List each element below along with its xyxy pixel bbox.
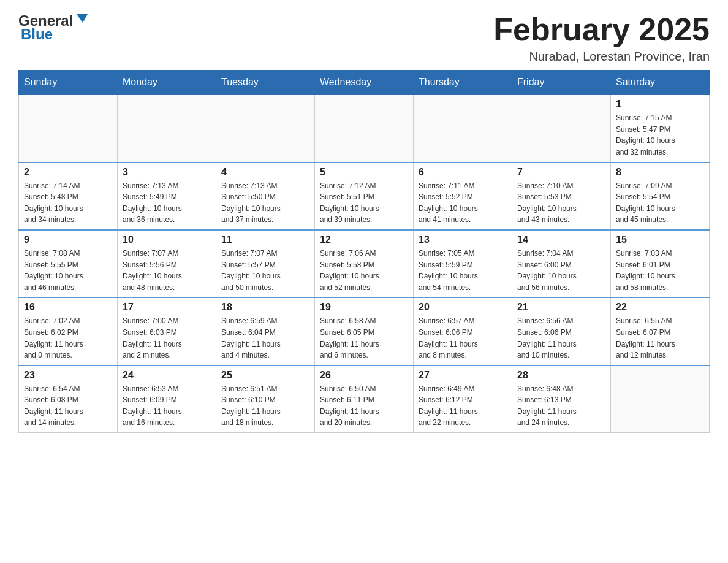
- day-info: Sunrise: 7:03 AM Sunset: 6:01 PM Dayligh…: [616, 248, 704, 293]
- calendar-cell: 25Sunrise: 6:51 AM Sunset: 6:10 PM Dayli…: [216, 366, 315, 433]
- calendar-cell: 8Sunrise: 7:09 AM Sunset: 5:54 PM Daylig…: [611, 163, 710, 230]
- day-info: Sunrise: 7:13 AM Sunset: 5:50 PM Dayligh…: [221, 180, 309, 226]
- day-number: 27: [419, 370, 507, 381]
- calendar-cell: [315, 94, 414, 162]
- day-number: 16: [24, 302, 112, 313]
- day-info: Sunrise: 7:12 AM Sunset: 5:51 PM Dayligh…: [320, 180, 408, 226]
- day-number: 12: [320, 234, 408, 245]
- calendar-cell: 11Sunrise: 7:07 AM Sunset: 5:57 PM Dayli…: [216, 230, 315, 297]
- day-number: 28: [517, 370, 605, 381]
- day-number: 26: [320, 370, 408, 381]
- calendar-cell: 7Sunrise: 7:10 AM Sunset: 5:53 PM Daylig…: [512, 163, 611, 230]
- day-number: 17: [123, 302, 211, 313]
- calendar-cell: 23Sunrise: 6:54 AM Sunset: 6:08 PM Dayli…: [19, 366, 118, 433]
- day-info: Sunrise: 7:05 AM Sunset: 5:59 PM Dayligh…: [419, 248, 507, 293]
- logo-area: General Blue: [18, 12, 90, 43]
- day-info: Sunrise: 6:48 AM Sunset: 6:13 PM Dayligh…: [517, 383, 605, 429]
- day-info: Sunrise: 7:09 AM Sunset: 5:54 PM Dayligh…: [616, 180, 704, 226]
- day-info: Sunrise: 6:54 AM Sunset: 6:08 PM Dayligh…: [24, 383, 112, 429]
- calendar-cell: 2Sunrise: 7:14 AM Sunset: 5:48 PM Daylig…: [19, 163, 118, 230]
- weekday-header-monday: Monday: [118, 71, 216, 95]
- calendar-week-row: 1Sunrise: 7:15 AM Sunset: 5:47 PM Daylig…: [19, 94, 710, 162]
- day-info: Sunrise: 7:06 AM Sunset: 5:58 PM Dayligh…: [320, 248, 408, 293]
- day-info: Sunrise: 7:10 AM Sunset: 5:53 PM Dayligh…: [517, 180, 605, 226]
- day-number: 6: [419, 167, 507, 178]
- day-info: Sunrise: 6:58 AM Sunset: 6:05 PM Dayligh…: [320, 315, 408, 361]
- day-number: 22: [616, 302, 704, 313]
- day-number: 25: [221, 370, 309, 381]
- logo-flag-icon: [74, 12, 90, 28]
- calendar-table: SundayMondayTuesdayWednesdayThursdayFrid…: [18, 70, 710, 433]
- calendar-cell: [118, 94, 216, 162]
- location-subtitle: Nurabad, Lorestan Province, Iran: [493, 50, 710, 64]
- day-info: Sunrise: 7:08 AM Sunset: 5:55 PM Dayligh…: [24, 248, 112, 293]
- month-title: February 2025: [493, 12, 710, 47]
- day-number: 20: [419, 302, 507, 313]
- calendar-cell: 6Sunrise: 7:11 AM Sunset: 5:52 PM Daylig…: [414, 163, 512, 230]
- calendar-cell: 9Sunrise: 7:08 AM Sunset: 5:55 PM Daylig…: [19, 230, 118, 297]
- day-number: 7: [517, 167, 605, 178]
- day-info: Sunrise: 7:00 AM Sunset: 6:03 PM Dayligh…: [123, 315, 211, 361]
- day-number: 13: [419, 234, 507, 245]
- weekday-header-thursday: Thursday: [414, 71, 512, 95]
- day-number: 4: [221, 167, 309, 178]
- calendar-cell: [19, 94, 118, 162]
- weekday-header-tuesday: Tuesday: [216, 71, 315, 95]
- calendar-cell: 19Sunrise: 6:58 AM Sunset: 6:05 PM Dayli…: [315, 297, 414, 365]
- calendar-cell: 14Sunrise: 7:04 AM Sunset: 6:00 PM Dayli…: [512, 230, 611, 297]
- calendar-cell: 1Sunrise: 7:15 AM Sunset: 5:47 PM Daylig…: [611, 94, 710, 162]
- day-info: Sunrise: 6:57 AM Sunset: 6:06 PM Dayligh…: [419, 315, 507, 361]
- day-info: Sunrise: 6:55 AM Sunset: 6:07 PM Dayligh…: [616, 315, 704, 361]
- day-info: Sunrise: 7:14 AM Sunset: 5:48 PM Dayligh…: [24, 180, 112, 226]
- calendar-cell: 24Sunrise: 6:53 AM Sunset: 6:09 PM Dayli…: [118, 366, 216, 433]
- calendar-cell: 3Sunrise: 7:13 AM Sunset: 5:49 PM Daylig…: [118, 163, 216, 230]
- logo-blue-text: Blue: [21, 26, 53, 43]
- svg-marker-0: [77, 14, 88, 23]
- day-info: Sunrise: 6:50 AM Sunset: 6:11 PM Dayligh…: [320, 383, 408, 429]
- day-info: Sunrise: 7:02 AM Sunset: 6:02 PM Dayligh…: [24, 315, 112, 361]
- calendar-cell: [611, 366, 710, 433]
- calendar-cell: 22Sunrise: 6:55 AM Sunset: 6:07 PM Dayli…: [611, 297, 710, 365]
- day-number: 3: [123, 167, 211, 178]
- day-info: Sunrise: 7:04 AM Sunset: 6:00 PM Dayligh…: [517, 248, 605, 293]
- calendar-cell: 13Sunrise: 7:05 AM Sunset: 5:59 PM Dayli…: [414, 230, 512, 297]
- calendar-week-row: 2Sunrise: 7:14 AM Sunset: 5:48 PM Daylig…: [19, 163, 710, 230]
- weekday-header-wednesday: Wednesday: [315, 71, 414, 95]
- calendar-cell: [512, 94, 611, 162]
- calendar-cell: 12Sunrise: 7:06 AM Sunset: 5:58 PM Dayli…: [315, 230, 414, 297]
- page-header: General Blue February 2025 Nurabad, Lore…: [18, 12, 710, 64]
- weekday-header-friday: Friday: [512, 71, 611, 95]
- day-info: Sunrise: 6:56 AM Sunset: 6:06 PM Dayligh…: [517, 315, 605, 361]
- calendar-cell: 18Sunrise: 6:59 AM Sunset: 6:04 PM Dayli…: [216, 297, 315, 365]
- calendar-cell: [414, 94, 512, 162]
- calendar-cell: 17Sunrise: 7:00 AM Sunset: 6:03 PM Dayli…: [118, 297, 216, 365]
- weekday-header-row: SundayMondayTuesdayWednesdayThursdayFrid…: [19, 71, 710, 95]
- weekday-header-saturday: Saturday: [611, 71, 710, 95]
- calendar-cell: 4Sunrise: 7:13 AM Sunset: 5:50 PM Daylig…: [216, 163, 315, 230]
- day-info: Sunrise: 7:07 AM Sunset: 5:56 PM Dayligh…: [123, 248, 211, 293]
- calendar-cell: 27Sunrise: 6:49 AM Sunset: 6:12 PM Dayli…: [414, 366, 512, 433]
- calendar-cell: 16Sunrise: 7:02 AM Sunset: 6:02 PM Dayli…: [19, 297, 118, 365]
- calendar-cell: 10Sunrise: 7:07 AM Sunset: 5:56 PM Dayli…: [118, 230, 216, 297]
- calendar-cell: 15Sunrise: 7:03 AM Sunset: 6:01 PM Dayli…: [611, 230, 710, 297]
- day-number: 21: [517, 302, 605, 313]
- calendar-cell: [216, 94, 315, 162]
- calendar-cell: 5Sunrise: 7:12 AM Sunset: 5:51 PM Daylig…: [315, 163, 414, 230]
- calendar-cell: 20Sunrise: 6:57 AM Sunset: 6:06 PM Dayli…: [414, 297, 512, 365]
- day-info: Sunrise: 6:51 AM Sunset: 6:10 PM Dayligh…: [221, 383, 309, 429]
- day-number: 15: [616, 234, 704, 245]
- day-info: Sunrise: 7:11 AM Sunset: 5:52 PM Dayligh…: [419, 180, 507, 226]
- day-number: 5: [320, 167, 408, 178]
- day-number: 10: [123, 234, 211, 245]
- day-number: 14: [517, 234, 605, 245]
- day-number: 9: [24, 234, 112, 245]
- day-number: 2: [24, 167, 112, 178]
- day-number: 18: [221, 302, 309, 313]
- day-info: Sunrise: 6:59 AM Sunset: 6:04 PM Dayligh…: [221, 315, 309, 361]
- day-info: Sunrise: 7:13 AM Sunset: 5:49 PM Dayligh…: [123, 180, 211, 226]
- day-number: 23: [24, 370, 112, 381]
- title-area: February 2025 Nurabad, Lorestan Province…: [493, 12, 710, 64]
- day-info: Sunrise: 6:53 AM Sunset: 6:09 PM Dayligh…: [123, 383, 211, 429]
- day-info: Sunrise: 7:15 AM Sunset: 5:47 PM Dayligh…: [616, 112, 704, 158]
- calendar-week-row: 16Sunrise: 7:02 AM Sunset: 6:02 PM Dayli…: [19, 297, 710, 365]
